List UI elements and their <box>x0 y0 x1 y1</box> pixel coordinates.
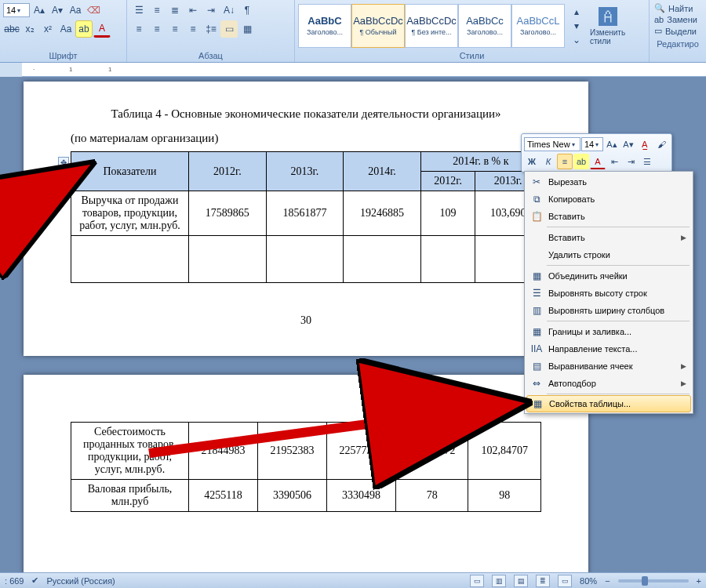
style-nospacing[interactable]: AaBbCcDc ¶ Без инте... <box>405 4 458 48</box>
mini-indent-icon[interactable]: ⇥ <box>623 154 639 169</box>
indent-icon[interactable]: ⇥ <box>202 2 220 19</box>
shading-icon[interactable]: ▭ <box>220 20 238 38</box>
mini-font-combo[interactable]: Times New▾ <box>524 137 580 151</box>
view-read-icon[interactable]: ▥ <box>492 575 506 587</box>
mini-align-icon[interactable]: ≡ <box>557 154 573 169</box>
replace-icon: ab <box>654 15 664 24</box>
style-heading1[interactable]: AaBbC Заголово... <box>298 4 351 48</box>
ctx-dist-cols[interactable]: ▥Выровнять ширину столбцов <box>526 302 691 319</box>
ctx-properties[interactable]: ▦Свойства таблицы... <box>526 395 691 412</box>
line-spacing-icon[interactable]: ‡≡ <box>202 20 220 38</box>
document-workspace: ✥ Таблица 4 - Основные экономические пок… <box>0 77 706 572</box>
th-indicators[interactable]: Показатели <box>71 152 189 191</box>
page-number: 30 <box>71 314 541 327</box>
change-styles-button[interactable]: 🅰 Изменить стили <box>588 5 628 47</box>
mini-fontcolor-icon[interactable]: A <box>590 154 606 169</box>
font-color-icon[interactable]: A <box>93 20 111 38</box>
economic-table-bottom[interactable]: Себестоимость проданных товаров, продукц… <box>71 422 541 512</box>
table-row[interactable]: Выручка от продажи товаров, продукции, р… <box>71 191 541 236</box>
th-2012[interactable]: 2012г. <box>189 152 267 191</box>
table-row[interactable]: Себестоимость проданных товаров, продукц… <box>71 423 541 480</box>
styles-scroll-up-icon[interactable]: ▴ <box>568 5 585 19</box>
ctx-delete-rows[interactable]: Удалить строки <box>526 246 691 263</box>
zoom-level[interactable]: 80% <box>580 576 597 586</box>
ctx-cut[interactable]: ✂Вырезать <box>526 173 691 191</box>
align-right-icon[interactable]: ≡ <box>166 20 184 38</box>
mini-highlight-icon[interactable]: ab <box>573 154 589 169</box>
mini-shrink-icon[interactable]: A▾ <box>620 136 636 152</box>
ribbon-group-styles: AaBbC Заголово... AaBbCcDc ¶ Обычный AaB… <box>295 0 650 62</box>
subscript-icon[interactable]: x₂ <box>21 20 38 38</box>
find-button[interactable]: 🔍Найти <box>654 3 701 13</box>
highlight-icon[interactable]: ab <box>75 20 93 38</box>
view-web-icon[interactable]: ▤ <box>514 575 528 587</box>
style-heading2[interactable]: AaBbCc Заголово... <box>458 4 511 48</box>
justify-icon[interactable]: ≡ <box>184 20 202 38</box>
sort-icon[interactable]: A↓ <box>220 2 238 19</box>
status-language[interactable]: Русский (Россия) <box>46 576 115 586</box>
view-print-icon[interactable]: ▭ <box>470 575 484 587</box>
clear-format-icon[interactable]: ⌫ <box>85 2 102 19</box>
status-words[interactable]: : 669 <box>5 576 24 586</box>
style-normal[interactable]: AaBbCcDc ¶ Обычный <box>351 4 405 48</box>
styles-scroll-down-icon[interactable]: ▾ <box>568 19 585 33</box>
table-row[interactable] <box>71 236 541 283</box>
table-caption: Таблица 4 - Основные экономические показ… <box>71 105 541 123</box>
status-spellcheck-icon[interactable]: ✔ <box>31 575 38 586</box>
change-case-icon[interactable]: Aa <box>67 2 84 19</box>
th-2014[interactable]: 2014г. <box>344 152 421 191</box>
text-effects-icon[interactable]: Aa <box>57 20 75 38</box>
ctx-merge[interactable]: ▦Объединить ячейки <box>526 267 691 285</box>
ribbon-group-font: 14▾ A▴ A▾ Aa ⌫ abc x₂ x² Aa ab A Шрифт <box>0 0 127 62</box>
align-left-icon[interactable]: ≡ <box>130 20 147 38</box>
bullets-icon[interactable]: ☰ <box>130 2 147 19</box>
view-outline-icon[interactable]: ≣ <box>536 575 550 587</box>
numbering-icon[interactable]: ≡ <box>148 2 166 19</box>
ctx-insert[interactable]: Вставить▶ <box>526 229 691 246</box>
mini-bullets-icon[interactable]: ☰ <box>639 154 655 169</box>
ctx-copy[interactable]: ⧉Копировать <box>526 191 691 208</box>
table-row[interactable]: Валовая прибыль, млн.руб 4255118 3390506… <box>71 480 541 512</box>
multilevel-icon[interactable]: ≣ <box>166 2 184 19</box>
horizontal-ruler[interactable]: · 1 1 <box>22 63 706 77</box>
align-center-icon[interactable]: ≡ <box>148 20 166 38</box>
replace-button[interactable]: abЗамени <box>654 15 701 24</box>
superscript-icon[interactable]: x² <box>39 20 56 38</box>
styles-more-icon[interactable]: ⌄ <box>568 33 585 47</box>
ribbon-label-styles: Стили <box>298 49 646 62</box>
mini-italic-icon[interactable]: К <box>540 154 556 169</box>
mini-size-combo[interactable]: 14▾ <box>581 137 603 151</box>
outdent-icon[interactable]: ⇤ <box>184 2 202 19</box>
mini-toolbar[interactable]: Times New▾ 14▾ A▴ A▾ A̲ 🖌 Ж К ≡ ab A ⇤ ⇥… <box>521 133 672 172</box>
style-heading3[interactable]: AaBbCcL Заголово... <box>511 4 565 48</box>
ctx-paste[interactable]: 📋Вставить <box>526 208 691 225</box>
zoom-slider[interactable] <box>618 579 689 583</box>
context-menu[interactable]: ✂Вырезать ⧉Копировать 📋Вставить Вставить… <box>524 171 693 414</box>
select-button[interactable]: ▭Выдели <box>654 26 701 36</box>
mini-grow-icon[interactable]: A▴ <box>604 136 620 152</box>
ctx-autofit[interactable]: ⇔Автоподбор▶ <box>526 375 691 392</box>
th-2013[interactable]: 2013г. <box>266 152 344 191</box>
th-pct-2012[interactable]: 2012г. <box>420 172 475 191</box>
mini-format-painter-icon[interactable]: 🖌 <box>653 136 669 152</box>
economic-table-top[interactable]: Показатели 2012г. 2013г. 2014г. 2014г. в… <box>71 151 541 283</box>
styles-gallery[interactable]: AaBbC Заголово... AaBbCcDc ¶ Обычный AaB… <box>298 4 565 48</box>
borders-icon[interactable]: ▦ <box>238 20 256 38</box>
grow-font-icon[interactable]: A▴ <box>31 2 48 19</box>
mini-outdent-icon[interactable]: ⇤ <box>606 154 622 169</box>
zoom-in-icon[interactable]: + <box>697 576 701 586</box>
mini-bold-icon[interactable]: Ж <box>524 154 540 169</box>
copy-icon: ⧉ <box>528 191 545 207</box>
ctx-dist-rows[interactable]: ☰Выровнять высоту строк <box>526 285 691 302</box>
ctx-text-direction[interactable]: IIAНаправление текста... <box>526 340 691 358</box>
shrink-font-icon[interactable]: A▾ <box>49 2 66 19</box>
view-draft-icon[interactable]: ▭ <box>558 575 572 587</box>
mini-styles-icon[interactable]: A̲ <box>637 136 653 152</box>
show-marks-icon[interactable]: ¶ <box>238 2 256 19</box>
font-size-combo[interactable]: 14▾ <box>3 3 30 17</box>
ctx-align[interactable]: ▤Выравнивание ячеек▶ <box>526 358 691 375</box>
strike-icon[interactable]: abc <box>3 20 20 38</box>
ctx-borders[interactable]: ▦Границы и заливка... <box>526 323 691 340</box>
table-move-handle[interactable]: ✥ <box>58 157 69 168</box>
zoom-out-icon[interactable]: − <box>605 576 610 586</box>
